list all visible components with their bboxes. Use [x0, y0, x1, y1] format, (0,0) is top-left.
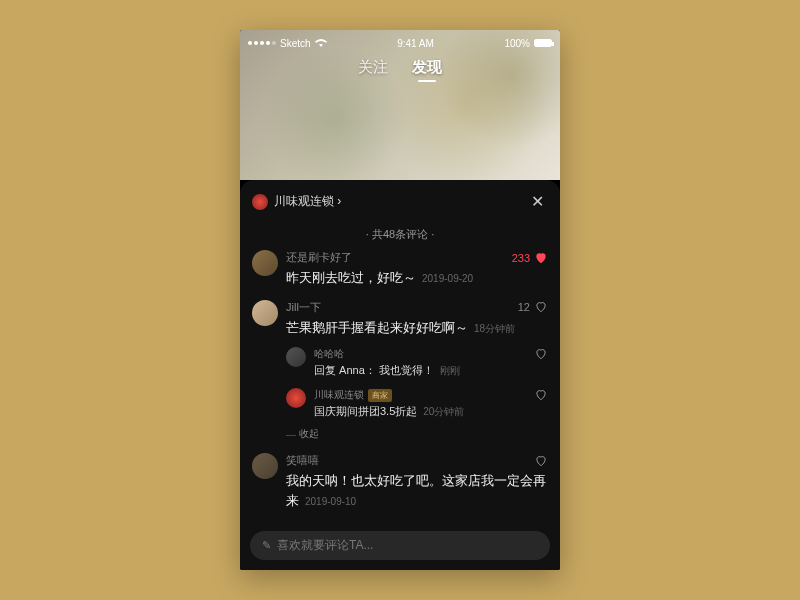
reply-username[interactable]: 哈哈哈: [314, 347, 344, 361]
comment-username[interactable]: 笑嘻嘻: [286, 453, 319, 468]
avatar[interactable]: [252, 453, 278, 479]
like-group[interactable]: 12: [518, 300, 548, 314]
heart-outline-icon[interactable]: [534, 347, 548, 361]
carrier-label: Sketch: [280, 38, 311, 49]
comment-item: 笑嘻嘻 我的天呐！也太好吃了吧。这家店我一定会再来2019-09-10: [252, 453, 548, 510]
edit-icon: ✎: [262, 539, 271, 552]
shop-avatar[interactable]: [252, 194, 268, 210]
comment-text: 芒果鹅肝手握看起来好好吃啊～18分钟前: [286, 318, 548, 338]
timestamp: 2019-09-20: [422, 273, 473, 284]
comment-username[interactable]: Jill一下: [286, 300, 321, 315]
heart-icon[interactable]: [534, 251, 548, 265]
heart-outline-icon[interactable]: [534, 454, 548, 468]
tab-discover[interactable]: 发现: [412, 58, 442, 77]
input-placeholder: 喜欢就要评论TA...: [277, 537, 538, 554]
top-tabs: 关注 发现: [358, 58, 442, 77]
comment-item: Jill一下 12 芒果鹅肝手握看起来好好吃啊～18分钟前: [252, 300, 548, 442]
avatar[interactable]: [286, 388, 306, 408]
status-right: 100%: [504, 38, 552, 49]
comment-input[interactable]: ✎ 喜欢就要评论TA...: [250, 531, 550, 560]
like-group[interactable]: 233: [512, 251, 548, 265]
heart-outline-icon[interactable]: [534, 388, 548, 402]
timestamp: 20分钟前: [423, 406, 464, 417]
phone-frame: Sketch 9:41 AM 100% 关注 发现 川味观连锁 › ✕ · 共4…: [240, 30, 560, 570]
like-count: 12: [518, 301, 530, 313]
panel-header: 川味观连锁 › ✕: [240, 180, 560, 223]
avatar[interactable]: [286, 347, 306, 367]
comment-text: 昨天刚去吃过，好吃～2019-09-20: [286, 268, 548, 288]
collapse-replies[interactable]: 收起: [286, 427, 548, 441]
reply-text: 国庆期间拼团3.5折起20分钟前: [314, 404, 548, 419]
merchant-badge: 商家: [368, 389, 392, 402]
close-icon[interactable]: ✕: [527, 190, 548, 213]
reply-item: 川味观连锁 商家 国庆期间拼团3.5折起20分钟前: [286, 388, 548, 419]
timestamp: 2019-09-10: [305, 496, 356, 507]
avatar[interactable]: [252, 300, 278, 326]
shop-name-link[interactable]: 川味观连锁 ›: [274, 193, 521, 210]
battery-percent: 100%: [504, 38, 530, 49]
reply-username[interactable]: 川味观连锁 商家: [314, 388, 392, 402]
timestamp: 18分钟前: [474, 323, 515, 334]
status-time: 9:41 AM: [397, 38, 434, 49]
status-bar: Sketch 9:41 AM 100%: [240, 33, 560, 53]
heart-outline-icon[interactable]: [534, 300, 548, 314]
battery-icon: [534, 39, 552, 47]
tab-follow[interactable]: 关注: [358, 58, 388, 77]
comment-item: 还是刷卡好了 233 昨天刚去吃过，好吃～2019-09-20: [252, 250, 548, 288]
like-group[interactable]: [534, 454, 548, 468]
comments-list[interactable]: 还是刷卡好了 233 昨天刚去吃过，好吃～2019-09-20: [240, 250, 560, 525]
comment-count-label: · 共48条评论 ·: [240, 223, 560, 250]
reply-text: 回复 Anna： 我也觉得！刚刚: [314, 363, 548, 378]
wifi-icon: [315, 38, 327, 49]
comment-username[interactable]: 还是刷卡好了: [286, 250, 352, 265]
like-count: 233: [512, 252, 530, 264]
avatar[interactable]: [252, 250, 278, 276]
signal-dots-icon: [248, 41, 276, 45]
comment-text: 我的天呐！也太好吃了吧。这家店我一定会再来2019-09-10: [286, 471, 548, 510]
comments-panel: 川味观连锁 › ✕ · 共48条评论 · 还是刷卡好了 233: [240, 180, 560, 570]
status-left: Sketch: [248, 38, 327, 49]
timestamp: 刚刚: [440, 365, 460, 376]
reply-item: 哈哈哈 回复 Anna： 我也觉得！刚刚: [286, 347, 548, 378]
